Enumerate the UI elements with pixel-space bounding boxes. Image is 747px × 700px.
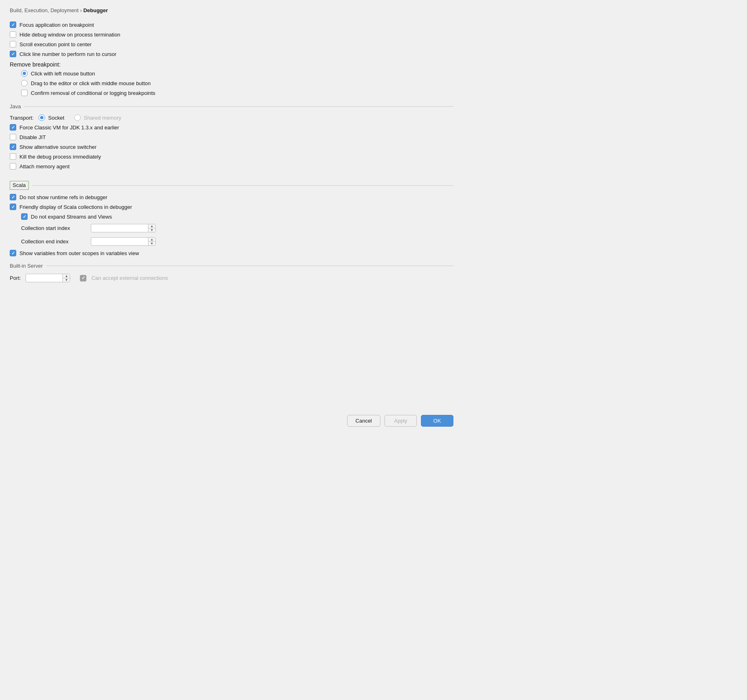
- scala-section-header: Scala: [10, 181, 453, 190]
- can-accept-label: Can accept external connections: [91, 275, 168, 281]
- show-outer-scopes-row: Show variables from outer scopes in vari…: [10, 248, 453, 258]
- breadcrumb: Build, Execution, Deployment › Debugger: [10, 7, 453, 13]
- port-spinner[interactable]: 65000 ▲ ▼: [26, 274, 70, 282]
- collection-start-arrows: ▲ ▼: [148, 224, 155, 232]
- collection-end-up[interactable]: ▲: [148, 238, 155, 242]
- no-expand-streams-row: Do not expand Streams and Views: [10, 212, 453, 221]
- confirm-removal-row: Confirm removal of conditional or loggin…: [10, 88, 453, 98]
- collection-end-input[interactable]: 49: [91, 238, 148, 245]
- collection-end-arrows: ▲ ▼: [148, 238, 155, 245]
- java-section-header: Java: [10, 103, 453, 110]
- no-expand-streams-checkbox[interactable]: [21, 213, 28, 220]
- disable-jit-row: Disable JIT: [10, 132, 453, 142]
- kill-debug-label: Kill the debug process immediately: [19, 154, 101, 160]
- collection-start-label: Collection start index: [21, 225, 86, 231]
- scala-section-label: Scala: [10, 181, 29, 190]
- breadcrumb-parent: Build, Execution, Deployment: [10, 7, 79, 13]
- collection-end-row: Collection end index 49 ▲ ▼: [10, 235, 453, 248]
- scroll-execution-label: Scroll execution point to center: [19, 41, 92, 47]
- collection-start-down[interactable]: ▼: [148, 228, 155, 232]
- drag-editor-row: Drag to the editor or click with middle …: [10, 78, 453, 88]
- confirm-removal-label: Confirm removal of conditional or loggin…: [31, 90, 155, 96]
- collection-start-spinner[interactable]: 0 ▲ ▼: [91, 224, 156, 232]
- scala-section: Scala Do not show runtime refs in debugg…: [10, 177, 453, 258]
- kill-debug-checkbox[interactable]: [10, 153, 16, 160]
- friendly-display-row: Friendly display of Scala collections in…: [10, 202, 453, 212]
- collection-start-row: Collection start index 0 ▲ ▼: [10, 221, 453, 235]
- show-alt-source-label: Show alternative source switcher: [19, 144, 97, 150]
- kill-debug-row: Kill the debug process immediately: [10, 152, 453, 161]
- built-in-server-section: Built-in Server Port: 65000 ▲ ▼ Can acce…: [10, 263, 453, 284]
- remove-breakpoint-label: Remove breakpoint:: [10, 59, 453, 69]
- click-line-number-checkbox[interactable]: [10, 51, 16, 57]
- collection-start-up[interactable]: ▲: [148, 224, 155, 228]
- friendly-display-checkbox[interactable]: [10, 204, 16, 210]
- friendly-display-label: Friendly display of Scala collections in…: [19, 204, 132, 210]
- socket-radio[interactable]: [39, 114, 45, 121]
- shared-memory-label: Shared memory: [84, 115, 121, 121]
- show-alt-source-checkbox[interactable]: [10, 144, 16, 150]
- java-section-label: Java: [10, 103, 21, 110]
- click-left-button-row: Click with left mouse button: [10, 69, 453, 78]
- footer: Cancel Apply OK: [10, 405, 453, 427]
- built-in-server-header: Built-in Server: [10, 263, 453, 269]
- hide-debug-window-checkbox[interactable]: [10, 31, 16, 38]
- show-alt-source-row: Show alternative source switcher: [10, 142, 453, 152]
- settings-page: Build, Execution, Deployment › Debugger …: [0, 0, 463, 436]
- port-arrows: ▲ ▼: [62, 274, 70, 282]
- port-label: Port:: [10, 275, 21, 281]
- collection-end-down[interactable]: ▼: [148, 242, 155, 245]
- disable-jit-checkbox[interactable]: [10, 134, 16, 140]
- focus-app-breakpoint-checkbox[interactable]: [10, 21, 16, 28]
- show-outer-scopes-checkbox[interactable]: [10, 250, 16, 256]
- focus-app-breakpoint-row: Focus application on breakpoint: [10, 20, 453, 30]
- transport-label: Transport:: [10, 115, 34, 121]
- built-in-server-divider: [46, 266, 453, 266]
- attach-memory-row: Attach memory agent: [10, 161, 453, 171]
- shared-memory-radio[interactable]: [74, 114, 81, 121]
- transport-row: Transport: Socket Shared memory: [10, 113, 453, 122]
- collection-start-input[interactable]: 0: [91, 224, 148, 232]
- force-classic-vm-checkbox[interactable]: [10, 124, 16, 131]
- port-up[interactable]: ▲: [63, 274, 70, 278]
- remove-breakpoint-text: Remove breakpoint:: [10, 61, 60, 68]
- force-classic-vm-label: Force Classic VM for JDK 1.3.x and earli…: [19, 125, 119, 131]
- no-runtime-refs-checkbox[interactable]: [10, 194, 16, 200]
- force-classic-vm-row: Force Classic VM for JDK 1.3.x and earli…: [10, 122, 453, 132]
- attach-memory-checkbox[interactable]: [10, 163, 16, 170]
- java-divider: [24, 106, 453, 107]
- scala-divider: [32, 185, 453, 186]
- port-down[interactable]: ▼: [63, 278, 70, 282]
- apply-button[interactable]: Apply: [384, 415, 417, 427]
- cancel-button[interactable]: Cancel: [347, 415, 380, 427]
- collection-end-label: Collection end index: [21, 238, 86, 245]
- confirm-removal-checkbox[interactable]: [21, 90, 28, 96]
- port-input[interactable]: 65000: [26, 274, 62, 282]
- drag-editor-label: Drag to the editor or click with middle …: [31, 80, 151, 86]
- scroll-execution-row: Scroll execution point to center: [10, 39, 453, 49]
- click-left-radio[interactable]: [21, 70, 28, 77]
- java-section: Java Transport: Socket Shared memory For…: [10, 103, 453, 171]
- ok-button[interactable]: OK: [421, 415, 453, 427]
- collection-end-spinner[interactable]: 49 ▲ ▼: [91, 237, 156, 246]
- no-runtime-refs-label: Do not show runtime refs in debugger: [19, 194, 107, 200]
- click-left-label: Click with left mouse button: [31, 71, 95, 77]
- can-accept-checkbox: [80, 275, 86, 281]
- click-line-number-label: Click line number to perform run to curs…: [19, 51, 116, 57]
- click-line-number-row: Click line number to perform run to curs…: [10, 49, 453, 59]
- hide-debug-window-label: Hide debug window on process termination: [19, 32, 120, 38]
- no-expand-streams-label: Do not expand Streams and Views: [31, 214, 112, 220]
- disable-jit-label: Disable JIT: [19, 134, 46, 140]
- breadcrumb-current: Debugger: [83, 7, 108, 13]
- no-runtime-refs-row: Do not show runtime refs in debugger: [10, 192, 453, 202]
- built-in-server-label: Built-in Server: [10, 263, 43, 269]
- attach-memory-label: Attach memory agent: [19, 163, 70, 170]
- scroll-execution-checkbox[interactable]: [10, 41, 16, 47]
- focus-app-breakpoint-label: Focus application on breakpoint: [19, 22, 94, 28]
- show-outer-scopes-label: Show variables from outer scopes in vari…: [19, 250, 139, 256]
- hide-debug-window-row: Hide debug window on process termination: [10, 30, 453, 39]
- drag-editor-radio[interactable]: [21, 80, 28, 86]
- socket-label: Socket: [48, 115, 64, 121]
- breadcrumb-separator: ›: [80, 7, 82, 13]
- port-row: Port: 65000 ▲ ▼ Can accept external conn…: [10, 272, 453, 284]
